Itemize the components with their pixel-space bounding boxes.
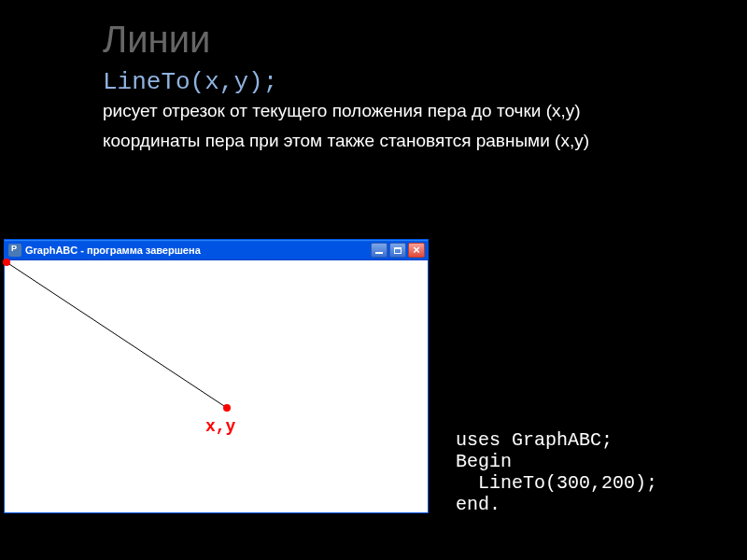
- content-row: GraphABC - программа завершена x,y: [0, 239, 429, 513]
- description-line-2: координаты пера при этом также становятс…: [103, 130, 644, 152]
- end-point: [223, 404, 231, 412]
- window-title: GraphABC - программа завершена: [25, 245, 371, 256]
- window-client-area: x,y: [5, 260, 428, 512]
- drawn-line: [5, 260, 430, 512]
- code-line-1: uses GraphABC;: [456, 429, 613, 451]
- svg-line-0: [7, 262, 227, 408]
- slide: Линии LineTo(x,y); рисует отрезок от тек…: [0, 0, 747, 178]
- description-line-1: рисует отрезок от текущего положения пер…: [103, 100, 644, 122]
- window-buttons: [371, 243, 425, 258]
- code-line-4: end.: [456, 494, 500, 515]
- graphabc-window: GraphABC - программа завершена x,y: [4, 239, 429, 513]
- app-icon: [8, 244, 21, 257]
- minimize-button[interactable]: [371, 243, 388, 258]
- function-signature: LineTo(x,y);: [103, 68, 644, 96]
- code-line-2: Begin: [456, 451, 512, 472]
- start-point: [3, 259, 10, 266]
- window-titlebar[interactable]: GraphABC - программа завершена: [5, 240, 428, 260]
- code-block: uses GraphABC; Begin LineTo(300,200); en…: [456, 429, 657, 515]
- code-line-3: LineTo(300,200);: [456, 472, 657, 494]
- slide-title: Линии: [103, 19, 644, 61]
- close-button[interactable]: [408, 243, 425, 258]
- maximize-button[interactable]: [389, 243, 406, 258]
- xy-label: x,y: [205, 417, 235, 436]
